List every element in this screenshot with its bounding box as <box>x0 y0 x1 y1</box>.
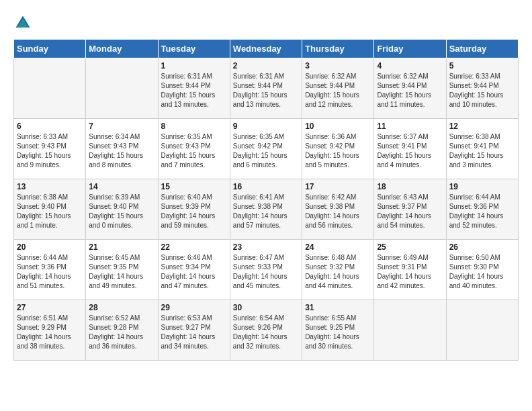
day-number: 12 <box>449 122 515 131</box>
day-number: 19 <box>449 182 515 191</box>
day-info: Sunrise: 6:37 AMSunset: 9:41 PMDaylight:… <box>377 132 443 170</box>
day-number: 11 <box>377 122 443 131</box>
calendar-cell <box>14 58 86 119</box>
day-number: 22 <box>161 242 227 252</box>
day-number: 26 <box>449 242 515 252</box>
calendar-cell: 27Sunrise: 6:51 AMSunset: 9:29 PMDayligh… <box>14 300 86 361</box>
weekday-header: Thursday <box>302 40 374 58</box>
calendar-cell: 7Sunrise: 6:34 AMSunset: 9:43 PMDaylight… <box>86 119 158 179</box>
logo <box>13 13 34 32</box>
page-header <box>13 13 519 32</box>
calendar-cell: 9Sunrise: 6:35 AMSunset: 9:42 PMDaylight… <box>230 119 302 179</box>
day-info: Sunrise: 6:36 AMSunset: 9:42 PMDaylight:… <box>305 132 371 170</box>
day-info: Sunrise: 6:39 AMSunset: 9:40 PMDaylight:… <box>89 193 154 230</box>
calendar-cell: 25Sunrise: 6:49 AMSunset: 9:31 PMDayligh… <box>374 240 446 300</box>
calendar-cell: 14Sunrise: 6:39 AMSunset: 9:40 PMDayligh… <box>86 179 158 240</box>
day-number: 16 <box>233 182 299 191</box>
calendar-cell: 3Sunrise: 6:32 AMSunset: 9:44 PMDaylight… <box>302 58 374 119</box>
day-number: 13 <box>17 182 83 191</box>
calendar-cell: 31Sunrise: 6:55 AMSunset: 9:25 PMDayligh… <box>302 300 374 361</box>
day-number: 3 <box>305 61 371 71</box>
day-info: Sunrise: 6:50 AMSunset: 9:30 PMDaylight:… <box>449 253 515 291</box>
day-info: Sunrise: 6:51 AMSunset: 9:29 PMDaylight:… <box>17 314 83 351</box>
calendar-cell: 15Sunrise: 6:40 AMSunset: 9:39 PMDayligh… <box>158 179 230 240</box>
calendar-header: SundayMondayTuesdayWednesdayThursdayFrid… <box>14 40 519 58</box>
day-number: 4 <box>377 61 443 71</box>
day-info: Sunrise: 6:31 AMSunset: 9:44 PMDaylight:… <box>233 72 299 109</box>
day-number: 27 <box>17 303 83 312</box>
day-number: 25 <box>377 242 443 252</box>
calendar-cell: 12Sunrise: 6:38 AMSunset: 9:41 PMDayligh… <box>446 119 518 179</box>
calendar-cell: 1Sunrise: 6:31 AMSunset: 9:44 PMDaylight… <box>158 58 230 119</box>
calendar-cell: 6Sunrise: 6:33 AMSunset: 9:43 PMDaylight… <box>14 119 86 179</box>
day-number: 21 <box>89 242 154 252</box>
day-number: 29 <box>161 303 227 312</box>
calendar-table: SundayMondayTuesdayWednesdayThursdayFrid… <box>13 39 519 361</box>
calendar-cell: 28Sunrise: 6:52 AMSunset: 9:28 PMDayligh… <box>86 300 158 361</box>
calendar-cell: 8Sunrise: 6:35 AMSunset: 9:43 PMDaylight… <box>158 119 230 179</box>
day-info: Sunrise: 6:31 AMSunset: 9:44 PMDaylight:… <box>161 72 227 109</box>
day-number: 10 <box>305 122 371 131</box>
calendar-cell: 4Sunrise: 6:32 AMSunset: 9:44 PMDaylight… <box>374 58 446 119</box>
weekday-header: Saturday <box>446 40 518 58</box>
calendar-cell <box>86 58 158 119</box>
day-number: 20 <box>17 242 83 252</box>
day-number: 18 <box>377 182 443 191</box>
day-number: 30 <box>233 303 299 312</box>
day-number: 28 <box>89 303 154 312</box>
day-info: Sunrise: 6:46 AMSunset: 9:34 PMDaylight:… <box>161 253 227 291</box>
day-info: Sunrise: 6:45 AMSunset: 9:35 PMDaylight:… <box>89 253 154 291</box>
day-info: Sunrise: 6:38 AMSunset: 9:41 PMDaylight:… <box>449 132 515 170</box>
logo-icon <box>13 13 32 32</box>
day-info: Sunrise: 6:41 AMSunset: 9:38 PMDaylight:… <box>233 193 299 230</box>
day-number: 15 <box>161 182 227 191</box>
calendar-cell: 13Sunrise: 6:38 AMSunset: 9:40 PMDayligh… <box>14 179 86 240</box>
calendar-cell: 22Sunrise: 6:46 AMSunset: 9:34 PMDayligh… <box>158 240 230 300</box>
header-row: SundayMondayTuesdayWednesdayThursdayFrid… <box>14 40 519 58</box>
day-info: Sunrise: 6:53 AMSunset: 9:27 PMDaylight:… <box>161 314 227 351</box>
calendar-cell: 20Sunrise: 6:44 AMSunset: 9:36 PMDayligh… <box>14 240 86 300</box>
weekday-header: Monday <box>86 40 158 58</box>
calendar-cell: 23Sunrise: 6:47 AMSunset: 9:33 PMDayligh… <box>230 240 302 300</box>
calendar-cell <box>374 300 446 361</box>
day-info: Sunrise: 6:47 AMSunset: 9:33 PMDaylight:… <box>233 253 299 291</box>
day-number: 8 <box>161 122 227 131</box>
calendar-cell: 5Sunrise: 6:33 AMSunset: 9:44 PMDaylight… <box>446 58 518 119</box>
day-info: Sunrise: 6:35 AMSunset: 9:43 PMDaylight:… <box>161 132 227 170</box>
day-number: 9 <box>233 122 299 131</box>
day-info: Sunrise: 6:55 AMSunset: 9:25 PMDaylight:… <box>305 314 371 351</box>
calendar-week: 20Sunrise: 6:44 AMSunset: 9:36 PMDayligh… <box>14 240 519 300</box>
day-info: Sunrise: 6:40 AMSunset: 9:39 PMDaylight:… <box>161 193 227 230</box>
calendar-cell: 2Sunrise: 6:31 AMSunset: 9:44 PMDaylight… <box>230 58 302 119</box>
calendar-cell: 26Sunrise: 6:50 AMSunset: 9:30 PMDayligh… <box>446 240 518 300</box>
day-info: Sunrise: 6:49 AMSunset: 9:31 PMDaylight:… <box>377 253 443 291</box>
calendar-body: 1Sunrise: 6:31 AMSunset: 9:44 PMDaylight… <box>14 58 519 361</box>
day-number: 1 <box>161 61 227 71</box>
day-number: 17 <box>305 182 371 191</box>
day-number: 5 <box>449 61 515 71</box>
calendar-cell: 30Sunrise: 6:54 AMSunset: 9:26 PMDayligh… <box>230 300 302 361</box>
calendar-cell: 24Sunrise: 6:48 AMSunset: 9:32 PMDayligh… <box>302 240 374 300</box>
day-info: Sunrise: 6:52 AMSunset: 9:28 PMDaylight:… <box>89 314 154 351</box>
day-info: Sunrise: 6:44 AMSunset: 9:36 PMDaylight:… <box>449 193 515 230</box>
day-info: Sunrise: 6:44 AMSunset: 9:36 PMDaylight:… <box>17 253 83 291</box>
day-info: Sunrise: 6:32 AMSunset: 9:44 PMDaylight:… <box>377 72 443 109</box>
calendar-cell: 11Sunrise: 6:37 AMSunset: 9:41 PMDayligh… <box>374 119 446 179</box>
day-info: Sunrise: 6:43 AMSunset: 9:37 PMDaylight:… <box>377 193 443 230</box>
day-info: Sunrise: 6:38 AMSunset: 9:40 PMDaylight:… <box>17 193 83 230</box>
calendar-week: 6Sunrise: 6:33 AMSunset: 9:43 PMDaylight… <box>14 119 519 179</box>
day-info: Sunrise: 6:32 AMSunset: 9:44 PMDaylight:… <box>305 72 371 109</box>
day-number: 23 <box>233 242 299 252</box>
calendar-cell: 17Sunrise: 6:42 AMSunset: 9:38 PMDayligh… <box>302 179 374 240</box>
day-info: Sunrise: 6:33 AMSunset: 9:43 PMDaylight:… <box>17 132 83 170</box>
calendar-week: 27Sunrise: 6:51 AMSunset: 9:29 PMDayligh… <box>14 300 519 361</box>
day-info: Sunrise: 6:34 AMSunset: 9:43 PMDaylight:… <box>89 132 154 170</box>
calendar-cell: 19Sunrise: 6:44 AMSunset: 9:36 PMDayligh… <box>446 179 518 240</box>
weekday-header: Friday <box>374 40 446 58</box>
calendar-week: 1Sunrise: 6:31 AMSunset: 9:44 PMDaylight… <box>14 58 519 119</box>
day-number: 7 <box>89 122 154 131</box>
day-number: 6 <box>17 122 83 131</box>
weekday-header: Wednesday <box>230 40 302 58</box>
weekday-header: Tuesday <box>158 40 230 58</box>
day-number: 31 <box>305 303 371 312</box>
